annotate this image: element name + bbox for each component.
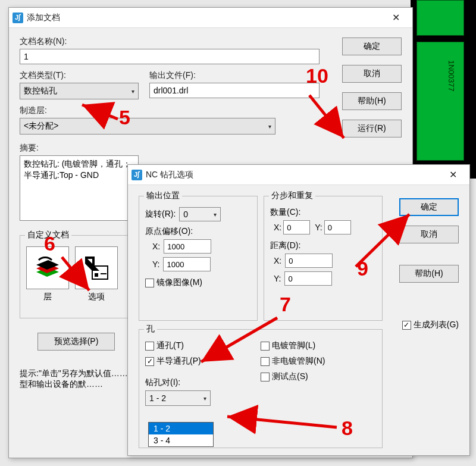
count-y-input[interactable] <box>324 220 351 234</box>
nc-drill-options-dialog: Jʃ NC 钻孔选项 ✕ 确定 取消 帮助(H) ✓生成列表(G) 输出位置 旋… <box>127 164 470 456</box>
app-icon: Jʃ <box>12 12 23 23</box>
dist-x-input[interactable] <box>285 254 333 268</box>
preview-button[interactable]: 预览选择(P) <box>37 333 115 351</box>
outputfile-input[interactable] <box>149 83 320 98</box>
docname-input[interactable] <box>20 49 320 64</box>
rotation-select[interactable]: 0 ▾ <box>179 207 221 221</box>
rotation-label: 旋转(R): <box>145 209 176 220</box>
count-x-input[interactable] <box>283 220 310 234</box>
dropdown-item[interactable]: 1 - 2 <box>149 423 213 434</box>
nonplated-pin-checkbox[interactable]: 非电镀管脚(N) <box>261 356 325 367</box>
close-button[interactable]: ✕ <box>384 10 408 26</box>
options-icon <box>82 253 111 283</box>
origin-x-input[interactable] <box>164 239 211 254</box>
app-icon: Jʃ <box>131 170 142 180</box>
svg-rect-5 <box>101 273 107 274</box>
svg-rect-4 <box>95 273 98 277</box>
chevron-down-icon: ▾ <box>214 211 217 218</box>
run-button[interactable]: 运行(R) <box>342 120 402 137</box>
through-hole-checkbox[interactable]: 通孔(T) <box>145 340 184 351</box>
layers-icon <box>33 253 62 283</box>
background-pcb: 1N00377 <box>411 0 476 179</box>
chevron-down-icon: ▾ <box>131 88 134 95</box>
cancel-button[interactable]: 取消 <box>342 65 402 83</box>
drill-pair-dropdown[interactable]: 1 - 2 3 - 4 <box>148 422 214 447</box>
close-button[interactable]: ✕ <box>441 167 465 183</box>
step-repeat-legend: 分步和重复 <box>269 190 315 201</box>
dropdown-item[interactable]: 3 - 4 <box>149 434 213 446</box>
doctype-select[interactable]: 数控钻孔 ▾ <box>20 83 139 99</box>
titlebar-add-doc: Jʃ 添加文档 ✕ <box>9 8 412 28</box>
chevron-down-icon: ▾ <box>203 395 206 402</box>
distance-label: 距离(D): <box>270 240 376 251</box>
titlebar-nc: Jʃ NC 钻孔选项 ✕ <box>128 165 469 185</box>
docname-label: 文档名称(N): <box>20 36 320 47</box>
mirror-checkbox[interactable]: 镜像图像(M) <box>145 277 202 288</box>
customdoc-legend: 自定义文档 <box>25 230 71 240</box>
output-pos-legend: 输出位置 <box>144 190 182 201</box>
partial-hole-checkbox[interactable]: ✓半导通孔(P) <box>145 356 201 367</box>
layers-button[interactable] <box>26 246 69 289</box>
chevron-down-icon: ▾ <box>268 123 271 130</box>
drill-pair-select[interactable]: 1 - 2 ▾ <box>145 390 211 406</box>
summary-label: 摘要: <box>20 143 139 154</box>
ok-button[interactable]: 确定 <box>399 198 459 216</box>
options-button[interactable] <box>75 246 118 289</box>
plated-pin-checkbox[interactable]: 电镀管脚(L) <box>261 340 315 351</box>
fablayer-label: 制造层: <box>20 105 275 116</box>
dialog-title: NC 钻孔选项 <box>146 170 193 180</box>
fablayer-select[interactable]: <未分配> ▾ <box>20 118 275 135</box>
summary-textarea[interactable]: 数控钻孔: (电镀管脚，通孔； 半导通孔:Top - GND <box>20 155 139 221</box>
origin-offset-label: 原点偏移(O): <box>145 226 251 237</box>
origin-y-input[interactable] <box>163 257 211 271</box>
dialog-title: 添加文档 <box>27 12 60 23</box>
doctype-label: 文档类型(T): <box>20 70 139 81</box>
drill-pair-label: 钻孔对(I): <box>145 377 261 388</box>
generate-list-checkbox[interactable]: ✓生成列表(G) <box>402 320 459 330</box>
ok-button[interactable]: 确定 <box>342 37 402 55</box>
help-button[interactable]: 帮助(H) <box>342 92 402 110</box>
dist-y-input[interactable] <box>284 271 332 286</box>
holes-legend: 孔 <box>144 324 157 334</box>
layers-caption: 层 <box>26 292 69 302</box>
count-label: 数量(C): <box>270 207 376 218</box>
outputfile-label: 输出文件(F): <box>149 70 320 81</box>
options-caption: 选项 <box>75 292 118 302</box>
help-button[interactable]: 帮助(H) <box>399 265 459 283</box>
cancel-button[interactable]: 取消 <box>399 226 459 243</box>
testpoint-checkbox[interactable]: 测试点(S) <box>261 371 308 382</box>
